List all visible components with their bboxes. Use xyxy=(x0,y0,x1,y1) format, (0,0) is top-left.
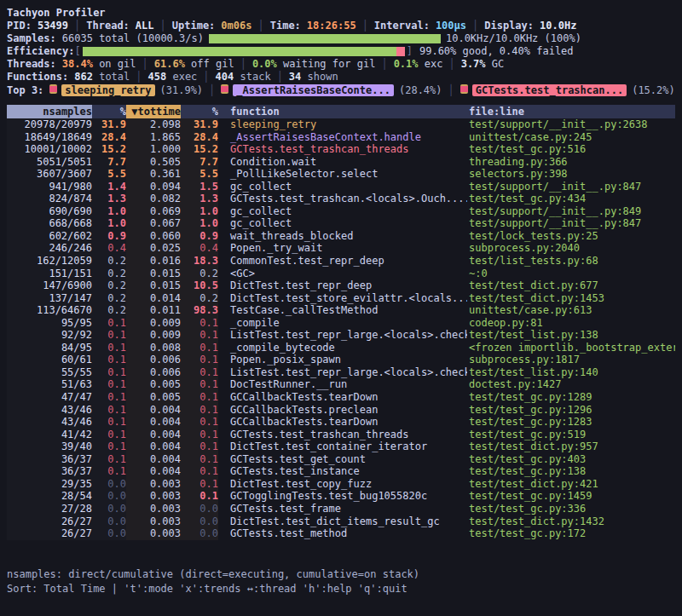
pct-direct-cell: 0.1 xyxy=(92,453,126,466)
nsamples-cell: 3607/3607 xyxy=(7,168,92,181)
nsamples-cell: 60/61 xyxy=(7,354,92,366)
pct-cumulative-cell: 0.1 xyxy=(181,478,218,491)
column-header-nsamples[interactable]: nsamples xyxy=(7,105,92,118)
nsamples-cell: 55/55 xyxy=(7,366,92,379)
table-row[interactable]: 27/280.00.0030.0GCTests.test_frametest/t… xyxy=(7,503,675,515)
table-row[interactable]: 162/120590.20.01618.3CommonTest.test_rep… xyxy=(7,255,675,268)
table-row[interactable]: 92/920.10.0090.1ListTest.test_repr_large… xyxy=(7,329,675,342)
table-row[interactable]: 43/460.10.0040.1GCCallbackTests.preclean… xyxy=(7,404,675,417)
tottime-cell: 1.865 xyxy=(126,131,181,144)
table-row[interactable]: 151/1510.20.0150.2<GC>~:0 xyxy=(7,268,675,280)
pct-direct-cell: 0.1 xyxy=(92,416,126,429)
spacer-cell xyxy=(218,515,228,528)
table-row[interactable]: 113/646700.20.01198.3TestCase._callTestM… xyxy=(7,304,675,317)
efficiency-text: 99.60% good, 0.40% failed xyxy=(419,45,574,58)
profiler-screen: { "app": { "title": "Tachyon Profiler" }… xyxy=(0,0,682,616)
fileline-cell: test/test_dict.py:1453 xyxy=(467,292,675,305)
function-table: 20978/2097931.92.09831.9sleeping_retryte… xyxy=(7,118,675,540)
column-header-pct-cumulative[interactable]: % xyxy=(181,105,218,118)
table-row[interactable]: 60/610.10.0060.1Popen._posix_spawnsubpro… xyxy=(7,354,675,366)
efficiency-bar-good xyxy=(83,47,396,56)
tottime-cell: 0.003 xyxy=(126,503,181,515)
table-row[interactable]: 55/550.10.0060.1ListTest.test_repr_large… xyxy=(7,366,675,379)
functions-label: Functions: xyxy=(7,71,68,83)
table-row[interactable]: 18649/1864928.41.86528.4_AssertRaisesBas… xyxy=(7,131,675,144)
fileline-cell: subprocess.py:2040 xyxy=(467,242,675,255)
spacer-cell xyxy=(218,440,228,453)
table-row[interactable]: 41/420.10.0040.1GCTests.test_trashcan_th… xyxy=(7,429,675,441)
pct-direct-cell: 0.0 xyxy=(92,515,126,528)
samples-total: 66035 total (10000.3/s) xyxy=(62,32,204,45)
column-header-tottime[interactable]: ▼tottime xyxy=(126,105,181,118)
table-row[interactable]: 26/270.00.0030.0GCTests.test_methodtest/… xyxy=(7,527,675,540)
separator: │ xyxy=(381,58,387,70)
pct-cumulative-cell: 1.5 xyxy=(181,181,218,193)
column-header-function[interactable]: function xyxy=(228,105,467,118)
spacer-cell xyxy=(218,292,228,305)
table-row[interactable]: 3607/36075.50.3615.5_PollLikeSelector.se… xyxy=(7,168,675,181)
separator: │ xyxy=(209,84,215,96)
separator: │ xyxy=(160,20,166,32)
table-row[interactable]: 824/8741.30.0821.3GCTests.test_trashcan.… xyxy=(7,193,675,205)
table-row[interactable]: 29/350.00.0030.1DictTest.test_copy_fuzzt… xyxy=(7,478,675,491)
nsamples-cell: 51/63 xyxy=(7,378,92,391)
table-row[interactable]: 36/370.10.0040.1GCTests.test_get_countte… xyxy=(7,453,675,466)
column-header-fileline[interactable]: file:line xyxy=(467,105,675,118)
table-row[interactable]: 95/950.10.0090.1_compilecodeop.py:81 xyxy=(7,317,675,330)
table-row[interactable]: 36/370.10.0040.1GCTests.test_instancetes… xyxy=(7,465,675,478)
table-row[interactable]: 47/470.10.0050.1GCCallbackTests.tearDown… xyxy=(7,391,675,404)
column-header-pct-direct[interactable]: % xyxy=(92,105,126,118)
table-row[interactable]: 39/400.10.0040.1DictTest.test_container_… xyxy=(7,440,675,453)
status-bar: PID:53499 │ Thread:ALL │ Uptime:0m06s │ … xyxy=(7,20,675,32)
pct-direct-cell: 1.0 xyxy=(92,217,126,230)
table-row[interactable]: 941/9801.40.0941.5gc_collecttest/support… xyxy=(7,181,675,193)
spacer-cell xyxy=(218,478,228,491)
table-row[interactable]: 84/950.10.0080.1_compile_bytecode<frozen… xyxy=(7,342,675,354)
efficiency-label: Efficiency: xyxy=(7,45,74,58)
pct-direct-cell: 0.1 xyxy=(92,329,126,342)
top3-label: Top 3: xyxy=(7,83,43,98)
table-row[interactable]: 147/69000.20.01510.5DictTest.test_repr_d… xyxy=(7,279,675,292)
function-cell: GCTests.test_get_count xyxy=(228,453,467,466)
pct-direct-cell: 1.0 xyxy=(92,205,126,218)
fileline-cell: test/test_gc.py:519 xyxy=(467,429,675,441)
pct-cumulative-cell: 0.1 xyxy=(181,429,218,441)
table-row[interactable]: 602/6020.90.0600.9wait_threads_blockedte… xyxy=(7,230,675,243)
table-row[interactable]: 690/6901.00.0691.0gc_collecttest/support… xyxy=(7,205,675,218)
table-row[interactable]: 51/630.10.0050.1DocTestRunner.__rundocte… xyxy=(7,378,675,391)
fileline-cell: test/test_gc.py:1289 xyxy=(467,391,675,404)
pct-cumulative-cell: 0.1 xyxy=(181,490,218,503)
pct-direct-cell: 7.7 xyxy=(92,156,126,169)
pct-direct-cell: 0.0 xyxy=(92,527,126,540)
function-cell: ListTest.test_repr_large.<locals>.check xyxy=(228,366,467,379)
uptime-value: 0m06s xyxy=(221,20,251,32)
fileline-cell: test/test_gc.py:172 xyxy=(467,527,675,540)
table-row[interactable]: 43/460.10.0040.1GCCallbackTests.tearDown… xyxy=(7,416,675,429)
nsamples-cell: 162/12059 xyxy=(7,255,92,268)
table-row[interactable]: 26/270.00.0030.0DictTest.test_dict_items… xyxy=(7,515,675,528)
table-row[interactable]: 5051/50517.70.5057.7Condition.waitthread… xyxy=(7,156,675,169)
table-row[interactable]: 668/6681.00.0671.0gc_collecttest/support… xyxy=(7,217,675,230)
fileline-cell: test/test_dict.py:421 xyxy=(467,478,675,491)
thread-icon xyxy=(221,84,228,94)
table-row[interactable]: 20978/2097931.92.09831.9sleeping_retryte… xyxy=(7,118,675,131)
table-row[interactable]: 246/2460.40.0250.4Popen._try_waitsubproc… xyxy=(7,242,675,255)
top-function-pct: (28.4%) xyxy=(399,84,442,96)
fileline-cell: test/support/__init__.py:847 xyxy=(467,181,675,193)
function-stat-value: 862 xyxy=(74,71,93,83)
pct-cumulative-cell: 0.1 xyxy=(181,391,218,404)
pct-cumulative-cell: 0.1 xyxy=(181,378,218,391)
table-row[interactable]: 28/540.00.0030.1GCTogglingTests.test_bug… xyxy=(7,490,675,503)
thread-value[interactable]: ALL xyxy=(136,20,154,32)
thread-icon xyxy=(49,84,57,94)
pct-cumulative-cell: 0.9 xyxy=(181,230,218,243)
table-row[interactable]: 10001/1000215.21.00015.2GCTests.test_tra… xyxy=(7,143,675,156)
tottime-cell: 1.000 xyxy=(126,143,181,156)
pct-cumulative-cell: 0.1 xyxy=(181,329,218,342)
tottime-cell: 0.003 xyxy=(126,490,181,503)
function-cell: GCCallbackTests.tearDown xyxy=(228,416,467,429)
table-row[interactable]: 137/1470.20.0140.2DictTest.test_store_ev… xyxy=(7,292,675,305)
pct-direct-cell: 0.1 xyxy=(92,440,126,453)
pct-cumulative-cell: 1.3 xyxy=(181,193,218,205)
pct-direct-cell: 0.0 xyxy=(92,490,126,503)
